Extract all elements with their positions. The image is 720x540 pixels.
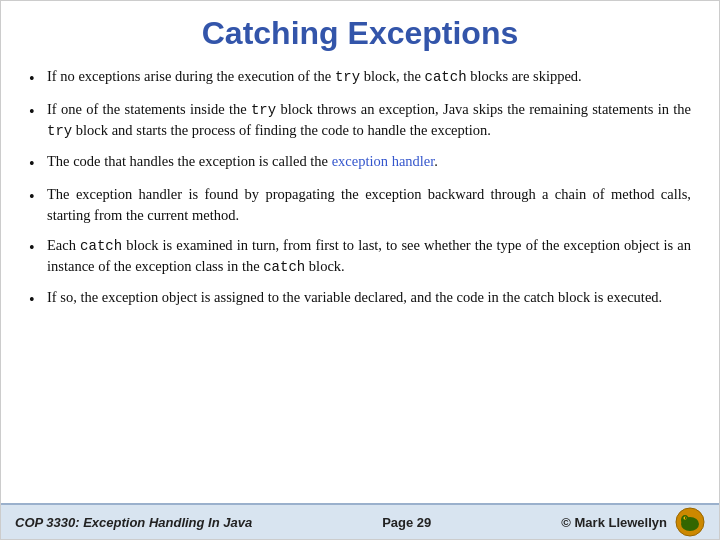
bullet-dot: • — [29, 100, 47, 123]
bullet-text: If one of the statements inside the try … — [47, 99, 691, 142]
bullet-text: If so, the exception object is assigned … — [47, 287, 691, 308]
bullet-dot: • — [29, 185, 47, 208]
slide-title: Catching Exceptions — [29, 15, 691, 52]
footer-page: Page 29 — [382, 515, 431, 530]
bullet-dot: • — [29, 288, 47, 311]
footer: COP 3330: Exception Handling In Java Pag… — [1, 503, 719, 539]
bullet-text: If no exceptions arise during the execut… — [47, 66, 691, 87]
list-item: • If no exceptions arise during the exec… — [29, 66, 691, 90]
bullet-list: • If no exceptions arise during the exec… — [29, 66, 691, 311]
bullet-text: Each catch block is examined in turn, fr… — [47, 235, 691, 278]
bullet-dot: • — [29, 152, 47, 175]
list-item: • The exception handler is found by prop… — [29, 184, 691, 226]
main-content: Catching Exceptions • If no exceptions a… — [1, 1, 719, 503]
svg-point-4 — [685, 517, 686, 518]
list-item: • Each catch block is examined in turn, … — [29, 235, 691, 278]
bullet-dot: • — [29, 236, 47, 259]
list-item: • If so, the exception object is assigne… — [29, 287, 691, 311]
list-item: • The code that handles the exception is… — [29, 151, 691, 175]
gator-logo-icon — [675, 507, 705, 537]
footer-course: COP 3330: Exception Handling In Java — [15, 515, 252, 530]
bullet-text: The exception handler is found by propag… — [47, 184, 691, 226]
slide: Catching Exceptions • If no exceptions a… — [0, 0, 720, 540]
bullet-text: The code that handles the exception is c… — [47, 151, 691, 172]
footer-copyright: © Mark Llewellyn — [561, 507, 705, 537]
list-item: • If one of the statements inside the tr… — [29, 99, 691, 142]
highlight-exception-handler: exception handler — [332, 153, 435, 169]
bullet-dot: • — [29, 67, 47, 90]
